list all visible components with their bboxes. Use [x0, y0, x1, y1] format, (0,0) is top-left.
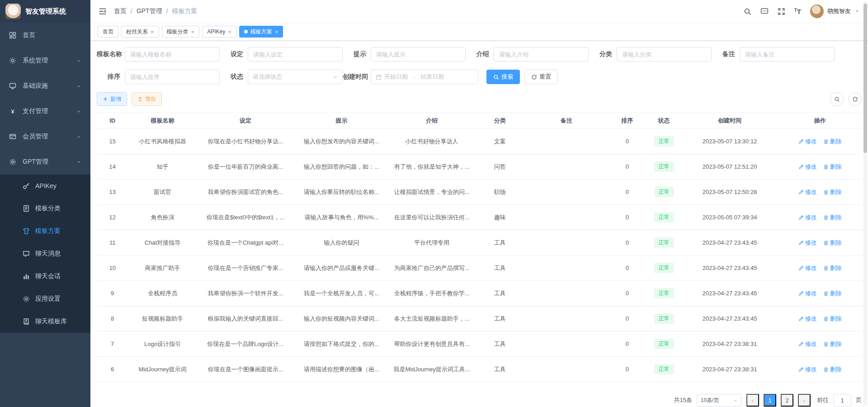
filter-field-3: 介绍 — [466, 47, 589, 62]
sidebar-item-app-settings[interactable]: 应用设置 — [0, 288, 90, 310]
table-row: 10商家推广助手你现在是一个营销推广专家...请输入你的产品或服务关键...为商… — [97, 256, 862, 281]
sidebar-item-gpt[interactable]: GPT管理 — [0, 149, 90, 175]
filter-input-0[interactable] — [125, 47, 220, 62]
delete-icon — [823, 215, 829, 220]
edit-icon — [798, 316, 804, 322]
cell-id: 7 — [97, 331, 128, 357]
tab-home[interactable]: 首页 — [98, 26, 118, 38]
cell-prompt: 输入你想发布的内容关键词... — [294, 129, 389, 154]
date-range-picker[interactable]: 开始日期 - 结束日期 — [371, 70, 478, 84]
search-button[interactable]: 搜索 — [486, 70, 520, 84]
scrollbar-track[interactable] — [863, 2, 867, 405]
edit-link[interactable]: 修改 — [798, 289, 817, 298]
edit-link[interactable]: 修改 — [798, 340, 817, 348]
sidebar-item-member[interactable]: 会员管理 — [0, 124, 90, 149]
sidebar-collapse-icon[interactable] — [99, 7, 107, 15]
fullscreen-icon[interactable] — [778, 8, 785, 15]
edit-link[interactable]: 修改 — [798, 239, 817, 247]
sidebar-item-template-category[interactable]: 模板分类 — [0, 197, 90, 220]
scrollbar-thumb[interactable] — [863, 4, 867, 153]
delete-link-label: 删除 — [830, 163, 842, 171]
delete-link[interactable]: 删除 — [823, 315, 842, 323]
sidebar-item-payment[interactable]: ¥支付管理 — [0, 99, 90, 124]
page-button-2[interactable]: 2 — [781, 394, 793, 407]
edit-link[interactable]: 修改 — [798, 365, 817, 374]
search-icon[interactable] — [744, 8, 751, 15]
prev-page-button[interactable]: ‹ — [746, 394, 759, 407]
close-icon[interactable]: × — [151, 29, 154, 35]
date-end-placeholder: 结束日期 — [420, 73, 444, 81]
filter-input-2[interactable] — [371, 47, 466, 62]
cell-id: 14 — [97, 154, 128, 180]
refresh-table-button[interactable] — [848, 92, 862, 106]
delete-link[interactable]: 删除 — [823, 137, 842, 146]
edit-link[interactable]: 修改 — [798, 163, 817, 171]
app-settings-icon — [23, 295, 30, 303]
app-logo[interactable]: 智友管理系统 — [0, 0, 90, 23]
toggle-search-button[interactable] — [830, 92, 844, 106]
delete-link[interactable]: 删除 — [823, 365, 842, 374]
edit-icon — [798, 367, 804, 372]
filter-input-4[interactable] — [617, 47, 712, 62]
close-icon[interactable]: × — [191, 29, 195, 35]
cell-intro: 让模拟面试情景，专业的问... — [389, 180, 475, 205]
page-button-1[interactable]: 1 — [764, 394, 776, 407]
cell-created: 2023-04-27 23:38:31 — [681, 331, 778, 357]
filter-input-3[interactable] — [494, 47, 589, 62]
edit-link-label: 修改 — [805, 264, 817, 272]
user-menu[interactable]: 萌熊智友 — [810, 5, 860, 18]
sidebar-item-template-plan[interactable]: 模板方案 — [0, 220, 90, 242]
sidebar-item-chat-message[interactable]: 聊天消息 — [0, 242, 90, 265]
sidebar-item-chat-template-lib[interactable]: 聊天模板库 — [0, 310, 90, 333]
cell-category: 趣味 — [475, 205, 525, 230]
cell-remark — [525, 306, 608, 331]
delete-link[interactable]: 删除 — [823, 289, 842, 298]
edit-link[interactable]: 修改 — [798, 315, 817, 323]
status-select[interactable]: 请选择状态 — [248, 70, 343, 84]
delete-link[interactable]: 删除 — [823, 340, 842, 348]
edit-link[interactable]: 修改 — [798, 264, 817, 272]
close-icon[interactable]: × — [275, 29, 278, 35]
tab-template-category[interactable]: 模板分类× — [162, 26, 200, 38]
font-size-icon[interactable]: TT — [794, 8, 801, 15]
tab-fans[interactable]: 粉丝关系× — [121, 26, 159, 38]
filter-label: 排序 — [97, 73, 125, 81]
toolbar-right — [830, 92, 862, 106]
delete-link[interactable]: 删除 — [823, 163, 842, 171]
delete-link[interactable]: 删除 — [823, 239, 842, 247]
sort-input[interactable] — [125, 70, 220, 84]
cell-sort: 0 — [608, 129, 646, 154]
add-button[interactable]: 新增 — [97, 92, 127, 106]
export-button[interactable]: 导出 — [132, 92, 162, 106]
delete-link[interactable]: 删除 — [823, 188, 842, 196]
filter-row-2: 排序 状态 请选择状态 创建时间 — [97, 70, 862, 84]
breadcrumb-home[interactable]: 首页 — [114, 7, 127, 15]
page-size-select[interactable]: 10条/页 — [697, 394, 742, 407]
filter-input-5[interactable] — [740, 47, 835, 62]
tab-template-plan[interactable]: 模板方案× — [239, 26, 283, 38]
message-icon[interactable] — [760, 7, 769, 15]
close-icon[interactable]: × — [228, 29, 231, 35]
pagination: 共15条10条/页‹12›前往页 — [97, 393, 862, 407]
sidebar-item-system[interactable]: 系统管理 — [0, 48, 90, 73]
cell-remark — [525, 154, 608, 180]
delete-link[interactable]: 删除 — [823, 264, 842, 272]
goto-page-input[interactable] — [833, 394, 851, 407]
cell-sort: 0 — [608, 256, 646, 281]
tab-apikey[interactable]: APIKey× — [202, 26, 236, 38]
edit-link[interactable]: 修改 — [798, 213, 817, 222]
edit-link-label: 修改 — [805, 213, 817, 222]
edit-link[interactable]: 修改 — [798, 188, 817, 196]
edit-link[interactable]: 修改 — [798, 137, 817, 146]
reset-button[interactable]: 重置 — [524, 70, 558, 84]
next-page-button[interactable]: › — [798, 394, 811, 407]
filter-input-1[interactable] — [248, 47, 343, 62]
sidebar-item-infrastructure[interactable]: 基础设施 — [0, 73, 90, 99]
delete-link[interactable]: 删除 — [823, 213, 842, 222]
sidebar-item-home[interactable]: 首页 — [0, 23, 90, 48]
cell-status: 正常 — [646, 331, 681, 357]
filter-sort: 排序 — [97, 70, 220, 84]
sidebar-item-apikey[interactable]: APIKey — [0, 175, 90, 197]
sidebar-item-chat-session[interactable]: 聊天会话 — [0, 265, 90, 288]
breadcrumb-gpt[interactable]: GPT管理 — [137, 7, 162, 15]
